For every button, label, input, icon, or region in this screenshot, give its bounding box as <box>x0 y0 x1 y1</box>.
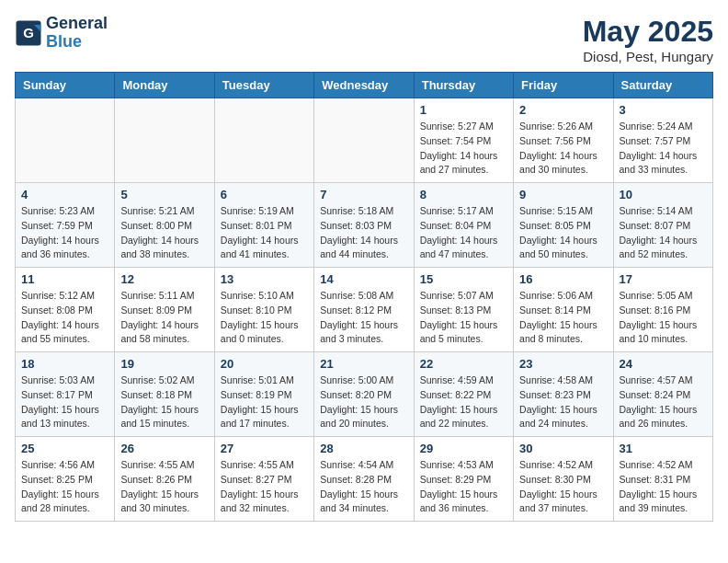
day-info: Sunrise: 4:53 AM Sunset: 8:29 PM Dayligh… <box>420 458 507 516</box>
location-title: Diosd, Pest, Hungary <box>583 49 713 64</box>
day-info: Sunrise: 5:12 AM Sunset: 8:08 PM Dayligh… <box>21 289 108 347</box>
title-block: May 2025 Diosd, Pest, Hungary <box>583 15 713 64</box>
logo-icon: G <box>15 19 42 47</box>
day-info: Sunrise: 4:59 AM Sunset: 8:22 PM Dayligh… <box>420 373 507 431</box>
calendar-body: 1Sunrise: 5:27 AM Sunset: 7:54 PM Daylig… <box>16 98 713 522</box>
day-info: Sunrise: 5:10 AM Sunset: 8:10 PM Dayligh… <box>221 289 308 347</box>
day-info: Sunrise: 5:06 AM Sunset: 8:14 PM Dayligh… <box>519 289 607 347</box>
calendar-cell: 25Sunrise: 4:56 AM Sunset: 8:25 PM Dayli… <box>16 437 115 522</box>
day-info: Sunrise: 5:00 AM Sunset: 8:20 PM Dayligh… <box>320 373 407 431</box>
week-row-3: 18Sunrise: 5:03 AM Sunset: 8:17 PM Dayli… <box>16 352 713 437</box>
day-number: 29 <box>420 442 507 455</box>
calendar-cell: 17Sunrise: 5:05 AM Sunset: 8:16 PM Dayli… <box>613 268 712 352</box>
calendar-cell <box>16 98 115 183</box>
day-number: 8 <box>420 188 507 201</box>
day-number: 23 <box>519 357 607 371</box>
day-number: 12 <box>120 272 208 286</box>
day-number: 21 <box>320 357 407 371</box>
day-number: 26 <box>120 442 208 455</box>
day-number: 11 <box>21 272 108 286</box>
day-info: Sunrise: 4:55 AM Sunset: 8:27 PM Dayligh… <box>221 458 308 516</box>
calendar-cell: 29Sunrise: 4:53 AM Sunset: 8:29 PM Dayli… <box>414 437 513 522</box>
day-number: 16 <box>519 272 607 286</box>
calendar-cell: 19Sunrise: 5:02 AM Sunset: 8:18 PM Dayli… <box>115 352 214 437</box>
calendar-cell: 9Sunrise: 5:15 AM Sunset: 8:05 PM Daylig… <box>514 183 613 268</box>
day-info: Sunrise: 5:11 AM Sunset: 8:09 PM Dayligh… <box>120 289 208 347</box>
day-number: 2 <box>519 103 607 117</box>
logo-line1: General <box>46 15 108 33</box>
day-info: Sunrise: 5:26 AM Sunset: 7:56 PM Dayligh… <box>519 120 607 178</box>
day-info: Sunrise: 5:02 AM Sunset: 8:18 PM Dayligh… <box>120 373 208 431</box>
calendar-cell: 3Sunrise: 5:24 AM Sunset: 7:57 PM Daylig… <box>613 98 712 183</box>
weekday-header-saturday: Saturday <box>613 73 712 98</box>
calendar-cell: 2Sunrise: 5:26 AM Sunset: 7:56 PM Daylig… <box>514 98 613 183</box>
day-info: Sunrise: 4:55 AM Sunset: 8:26 PM Dayligh… <box>120 458 208 516</box>
day-number: 24 <box>620 357 707 371</box>
calendar-cell: 30Sunrise: 4:52 AM Sunset: 8:30 PM Dayli… <box>514 437 613 522</box>
day-info: Sunrise: 5:27 AM Sunset: 7:54 PM Dayligh… <box>420 120 507 178</box>
day-info: Sunrise: 5:03 AM Sunset: 8:17 PM Dayligh… <box>21 373 108 431</box>
day-info: Sunrise: 5:23 AM Sunset: 7:59 PM Dayligh… <box>21 204 108 262</box>
day-number: 6 <box>221 188 308 201</box>
logo: G General Blue <box>15 15 108 52</box>
calendar-cell: 18Sunrise: 5:03 AM Sunset: 8:17 PM Dayli… <box>16 352 115 437</box>
day-number: 3 <box>620 103 707 117</box>
weekday-header-tuesday: Tuesday <box>214 73 313 98</box>
day-info: Sunrise: 4:52 AM Sunset: 8:31 PM Dayligh… <box>620 458 707 516</box>
day-number: 27 <box>221 442 308 455</box>
day-number: 9 <box>519 188 607 201</box>
weekday-header-wednesday: Wednesday <box>314 73 414 98</box>
day-info: Sunrise: 4:52 AM Sunset: 8:30 PM Dayligh… <box>519 458 607 516</box>
day-info: Sunrise: 4:58 AM Sunset: 8:23 PM Dayligh… <box>519 373 607 431</box>
weekday-header-friday: Friday <box>514 73 613 98</box>
calendar-cell: 12Sunrise: 5:11 AM Sunset: 8:09 PM Dayli… <box>115 268 214 352</box>
day-info: Sunrise: 5:18 AM Sunset: 8:03 PM Dayligh… <box>320 204 407 262</box>
calendar-cell: 13Sunrise: 5:10 AM Sunset: 8:10 PM Dayli… <box>214 268 313 352</box>
calendar-cell: 10Sunrise: 5:14 AM Sunset: 8:07 PM Dayli… <box>613 183 712 268</box>
day-number: 25 <box>21 442 108 455</box>
day-info: Sunrise: 5:15 AM Sunset: 8:05 PM Dayligh… <box>519 204 607 262</box>
day-number: 1 <box>420 103 507 117</box>
day-info: Sunrise: 4:56 AM Sunset: 8:25 PM Dayligh… <box>21 458 108 516</box>
day-number: 30 <box>519 442 607 455</box>
calendar-cell: 27Sunrise: 4:55 AM Sunset: 8:27 PM Dayli… <box>214 437 313 522</box>
day-number: 5 <box>120 188 208 201</box>
day-info: Sunrise: 5:08 AM Sunset: 8:12 PM Dayligh… <box>320 289 407 347</box>
day-info: Sunrise: 5:14 AM Sunset: 8:07 PM Dayligh… <box>620 204 707 262</box>
day-number: 31 <box>620 442 707 455</box>
week-row-0: 1Sunrise: 5:27 AM Sunset: 7:54 PM Daylig… <box>16 98 713 183</box>
day-info: Sunrise: 5:19 AM Sunset: 8:01 PM Dayligh… <box>221 204 308 262</box>
day-number: 15 <box>420 272 507 286</box>
day-info: Sunrise: 5:17 AM Sunset: 8:04 PM Dayligh… <box>420 204 507 262</box>
day-info: Sunrise: 4:54 AM Sunset: 8:28 PM Dayligh… <box>320 458 407 516</box>
day-number: 20 <box>221 357 308 371</box>
calendar-cell: 22Sunrise: 4:59 AM Sunset: 8:22 PM Dayli… <box>414 352 513 437</box>
month-title: May 2025 <box>583 15 713 49</box>
day-number: 10 <box>620 188 707 201</box>
calendar-cell: 21Sunrise: 5:00 AM Sunset: 8:20 PM Dayli… <box>314 352 414 437</box>
day-info: Sunrise: 5:21 AM Sunset: 8:00 PM Dayligh… <box>120 204 208 262</box>
day-info: Sunrise: 4:57 AM Sunset: 8:24 PM Dayligh… <box>620 373 707 431</box>
day-number: 28 <box>320 442 407 455</box>
calendar-cell <box>115 98 214 183</box>
calendar-cell: 6Sunrise: 5:19 AM Sunset: 8:01 PM Daylig… <box>214 183 313 268</box>
weekday-header-sunday: Sunday <box>16 73 115 98</box>
day-number: 18 <box>21 357 108 371</box>
calendar: SundayMondayTuesdayWednesdayThursdayFrid… <box>15 72 713 522</box>
day-number: 7 <box>320 188 407 201</box>
calendar-cell: 23Sunrise: 4:58 AM Sunset: 8:23 PM Dayli… <box>514 352 613 437</box>
calendar-cell: 4Sunrise: 5:23 AM Sunset: 7:59 PM Daylig… <box>16 183 115 268</box>
weekday-header-thursday: Thursday <box>414 73 513 98</box>
calendar-cell: 26Sunrise: 4:55 AM Sunset: 8:26 PM Dayli… <box>115 437 214 522</box>
calendar-cell: 31Sunrise: 4:52 AM Sunset: 8:31 PM Dayli… <box>613 437 712 522</box>
svg-text:G: G <box>23 24 34 40</box>
day-info: Sunrise: 5:24 AM Sunset: 7:57 PM Dayligh… <box>620 120 707 178</box>
day-number: 4 <box>21 188 108 201</box>
week-row-4: 25Sunrise: 4:56 AM Sunset: 8:25 PM Dayli… <box>16 437 713 522</box>
calendar-cell: 11Sunrise: 5:12 AM Sunset: 8:08 PM Dayli… <box>16 268 115 352</box>
calendar-cell: 24Sunrise: 4:57 AM Sunset: 8:24 PM Dayli… <box>613 352 712 437</box>
calendar-cell: 15Sunrise: 5:07 AM Sunset: 8:13 PM Dayli… <box>414 268 513 352</box>
calendar-cell: 1Sunrise: 5:27 AM Sunset: 7:54 PM Daylig… <box>414 98 513 183</box>
day-number: 19 <box>120 357 208 371</box>
calendar-cell <box>314 98 414 183</box>
